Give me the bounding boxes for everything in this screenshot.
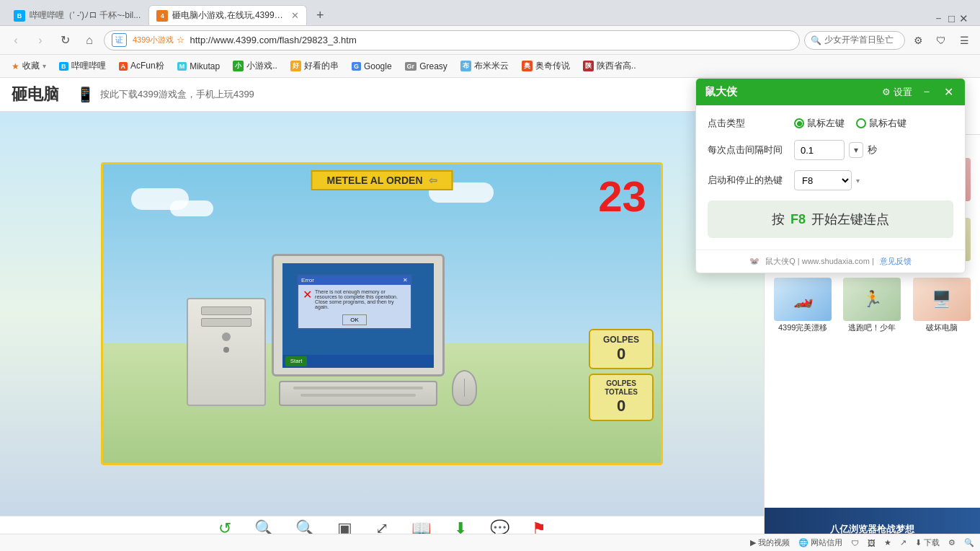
related-game-9[interactable]: 🖥️ 破坏电脑 (909, 278, 974, 333)
hotkey-input-group: F8 F7 F9 ▾ (794, 170, 860, 190)
status-shield[interactable]: 🛡 (851, 539, 859, 547)
game-area: 砸电脑 📱 按此下载4399游戏盒，手机上玩4399 ME (0, 78, 764, 551)
golpes-totales-label: GOLPESTOTALES (599, 379, 643, 397)
start-btn-prefix: 按 (772, 211, 785, 228)
refresh-button[interactable]: ↻ (55, 30, 75, 50)
shaanxi-icon: 陕 (583, 61, 594, 71)
game-subtitle[interactable]: 按此下载4399游戏盒，手机上玩4399 (100, 88, 254, 101)
related-game-8[interactable]: 🏃 逃跑吧！少年 (839, 278, 904, 333)
bookmark-aoqi[interactable]: 奥 奥奇传说 (516, 58, 576, 74)
bookmark-label: Google (364, 61, 392, 71)
url-site-label: 4399小游戏 ☆ (133, 35, 184, 45)
bookmark-haokande[interactable]: 好 好看的串 (285, 58, 344, 74)
game-canvas: METELE AL ORDEN ⇦ 23 (101, 162, 663, 465)
status-video[interactable]: ▶ 我的视频 (750, 537, 790, 548)
game-frame[interactable]: METELE AL ORDEN ⇦ 23 (0, 112, 764, 516)
error-ok-button[interactable]: OK (342, 314, 367, 325)
start-btn-key: F8 (790, 212, 806, 227)
interval-input[interactable] (794, 140, 845, 160)
tower-slot-2 (201, 318, 251, 327)
interval-dropdown-icon[interactable]: ▾ (849, 142, 863, 158)
widget-feedback-link[interactable]: 意见反馈 (880, 256, 912, 267)
bookmark-favorites[interactable]: ★ 收藏 ▾ (6, 58, 52, 74)
shield-tool-button[interactable]: 🛡 (931, 30, 951, 50)
game-banner: METELE AL ORDEN ⇦ (311, 170, 453, 190)
golpes-totales-box: GOLPESTOTALES 0 (589, 374, 654, 421)
bookmark-label: 收藏 (22, 60, 40, 72)
widget-footer-brand: 鼠大侠Q | www.shudaxia.com | (765, 256, 874, 267)
start-btn-suffix: 开始左键连点 (811, 211, 889, 228)
interval-label: 每次点击间隔时间 (708, 144, 794, 157)
game-thumb-img-7: 🏎️ (774, 278, 832, 321)
back-button[interactable]: ‹ (6, 30, 26, 50)
forward-button[interactable]: › (30, 30, 50, 50)
status-search[interactable]: 🔍 (964, 538, 974, 547)
click-type-radio-group: 鼠标左键 鼠标右键 (794, 117, 906, 130)
hotkey-select[interactable]: F8 F7 F9 (794, 170, 852, 190)
bookmark-google[interactable]: G Google (346, 59, 398, 74)
bookmark-label: 奥奇传说 (535, 60, 570, 72)
tab-close-button[interactable]: ✕ (291, 10, 299, 21)
bookmark-mikutap[interactable]: M Mikutap (172, 59, 226, 74)
banner-arrow-icon: ⇦ (429, 175, 437, 186)
start-clicker-button[interactable]: 按 F8 开始左键连点 (708, 200, 953, 238)
score-boxes: GOLPES 0 GOLPESTOTALES 0 (589, 329, 654, 421)
url-bar[interactable]: 证 4399小游戏 ☆ http://www.4399.com/flash/29… (104, 30, 800, 50)
error-title-bar: Error ✕ (298, 276, 411, 285)
new-tab-button[interactable]: + (310, 5, 330, 25)
chevron-icon: ▾ (43, 62, 46, 70)
window-minimize-button[interactable]: － (933, 12, 944, 25)
window-restore-button[interactable]: □ (948, 12, 955, 25)
error-close-btn[interactable]: ✕ (403, 277, 408, 283)
bookmark-greasy[interactable]: Gr Greasy (399, 59, 453, 74)
mouse-line (464, 379, 465, 397)
taskbar: Start (282, 355, 434, 368)
right-tools: 🔍 少女开学首日坠亡 ⚙ 🛡 ☰ (804, 30, 974, 50)
related-game-7[interactable]: 🏎️ 4399完美漂移 (770, 278, 835, 333)
mouse-device (452, 370, 477, 406)
tab-4399[interactable]: 4 砸电脑小游戏,在线玩,4399小游... ✕ (148, 5, 307, 25)
bumi-icon: 布 (460, 61, 471, 71)
status-download[interactable]: ⬇ 下载 (915, 537, 940, 548)
bookmark-games[interactable]: 小 小游戏.. (227, 58, 283, 74)
home-button[interactable]: ⌂ (79, 30, 99, 50)
gear-icon: ⚙ (882, 87, 891, 97)
golpes-value: 0 (599, 345, 643, 363)
status-bar: ▶ 我的视频 🌐 网站信用 🛡 🖼 ★ ↗ ⬇ 下载 ⚙ 🔍 (0, 534, 980, 551)
right-click-radio[interactable]: 鼠标右键 (856, 117, 906, 130)
bookmark-label: 小游戏.. (246, 60, 277, 72)
widget-minimize-button[interactable]: － (918, 84, 935, 100)
banner-text: METELE AL ORDEN (326, 175, 422, 186)
bookmark-bilibili[interactable]: B 哔哩哔哩 (53, 58, 112, 74)
bookmark-acfun[interactable]: A AcFun粉 (113, 58, 170, 74)
widget-mouse-icon: 🐭 (749, 257, 760, 266)
mobile-icon: 📱 (76, 86, 94, 103)
games-icon: 小 (233, 61, 244, 71)
tab-label-bilibili: 哔哩哔哩（' -')ﾉロ 千杯~-bil... (30, 9, 141, 22)
widget-close-button[interactable]: ✕ (941, 85, 956, 99)
aoqi-icon: 奥 (522, 61, 533, 71)
menu-button[interactable]: ☰ (954, 30, 974, 50)
game-title: 砸电脑 (12, 84, 59, 105)
game-thumb-label-8: 逃跑吧！少年 (848, 322, 896, 333)
left-click-radio-dot (794, 118, 804, 128)
interval-row: 每次点击间隔时间 ▾ 秒 (708, 140, 953, 160)
window-close-button[interactable]: ✕ (959, 12, 968, 25)
status-star[interactable]: ★ (884, 538, 891, 547)
status-tools[interactable]: ⚙ (948, 538, 956, 547)
bookmark-shaanxi[interactable]: 陕 陕西省高.. (577, 58, 642, 74)
bookmark-bumi[interactable]: 布 布米米云 (455, 58, 514, 74)
pc-screen: Start Error ✕ (282, 263, 434, 368)
settings-label: 设置 (894, 86, 912, 99)
left-click-radio[interactable]: 鼠标左键 (794, 117, 845, 130)
search-bar[interactable]: 🔍 少女开学首日坠亡 (804, 31, 905, 50)
bookmark-label: 好看的串 (304, 60, 339, 72)
hotkey-label: 启动和停止的热键 (708, 174, 794, 187)
settings-button[interactable]: ⚙ 设置 (882, 86, 912, 99)
start-btn: Start (285, 356, 307, 366)
status-share[interactable]: ↗ (900, 538, 906, 547)
extensions-button[interactable]: ⚙ (908, 30, 928, 50)
status-pic[interactable]: 🖼 (868, 539, 876, 547)
status-credit[interactable]: 🌐 网站信用 (798, 537, 842, 548)
tab-bilibili[interactable]: B 哔哩哔哩（' -')ﾉロ 千杯~-bil... (6, 5, 148, 25)
